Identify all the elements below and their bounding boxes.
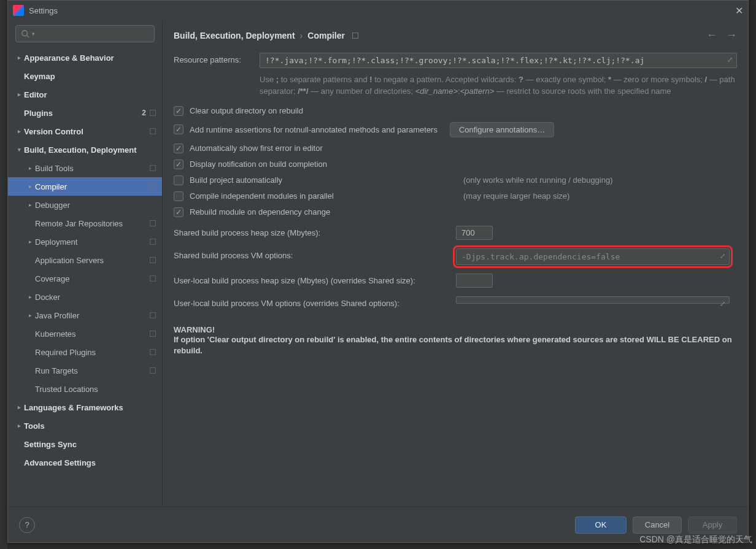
sidebar-item-label: Java Profiler	[35, 311, 150, 320]
sidebar-item-label: Build Tools	[35, 164, 150, 173]
sidebar-item-build-tools[interactable]: ▸Build Tools	[8, 159, 162, 177]
resource-patterns-input[interactable]: !?*.java;!?*.form;!?*.class;!?*.groovy;!…	[260, 53, 737, 68]
sidebar-item-label: Version Control	[24, 127, 150, 136]
rebuild-dependency-label: Rebuild module on dependency change	[190, 207, 330, 217]
scope-icon	[150, 331, 156, 337]
sidebar-item-debugger[interactable]: ▸Debugger	[8, 196, 162, 214]
scope-icon	[150, 257, 156, 263]
sidebar-item-compiler[interactable]: ▸Compiler	[8, 177, 162, 196]
auto-show-error-checkbox[interactable]	[174, 144, 183, 153]
close-icon[interactable]: ✕	[735, 5, 743, 17]
main-panel: Build, Execution, Deployment › Compiler …	[163, 20, 748, 507]
chevron-icon: ▾	[14, 147, 24, 153]
shared-vm-label: Shared build process VM options:	[174, 248, 456, 260]
scope-icon	[150, 110, 156, 116]
settings-tree: ▸Appearance & BehaviorKeymap▸EditorPlugi…	[8, 48, 162, 507]
sidebar-item-appearance-behavior[interactable]: ▸Appearance & Behavior	[8, 48, 162, 67]
sidebar-item-label: Tools	[24, 421, 156, 431]
sidebar-item-label: Editor	[24, 90, 156, 99]
resource-patterns-label: Resource patterns:	[174, 53, 260, 64]
breadcrumb-leaf: Compiler	[307, 31, 345, 40]
chevron-down-icon: ▾	[32, 31, 35, 37]
sidebar-item-version-control[interactable]: ▸Version Control	[8, 122, 162, 140]
compile-parallel-label: Compile independent modules in parallel	[190, 191, 334, 201]
build-auto-label: Build project automatically	[190, 175, 282, 185]
expand-icon[interactable]: ⤢	[720, 252, 725, 260]
chevron-icon: ▸	[25, 239, 35, 245]
nav-forward-icon[interactable]: →	[726, 29, 737, 42]
sidebar-item-editor[interactable]: ▸Editor	[8, 85, 162, 104]
compile-parallel-checkbox[interactable]	[174, 191, 183, 201]
expand-icon[interactable]: ⤢	[720, 300, 725, 308]
resource-patterns-help: Use ; to separate patterns and ! to nega…	[260, 74, 737, 98]
sidebar-item-plugins[interactable]: Plugins2	[8, 104, 162, 122]
sidebar-item-docker[interactable]: ▸Docker	[8, 288, 162, 306]
build-auto-checkbox[interactable]	[174, 175, 183, 185]
sidebar-item-label: Coverage	[35, 274, 150, 283]
ok-button[interactable]: OK	[575, 516, 627, 534]
sidebar-item-application-servers[interactable]: Application Servers	[8, 251, 162, 269]
breadcrumb-root[interactable]: Build, Execution, Deployment	[174, 31, 295, 40]
scope-icon	[150, 128, 156, 134]
sidebar-item-label: Docker	[35, 293, 156, 302]
display-notification-checkbox[interactable]	[174, 159, 183, 169]
sidebar-item-advanced-settings[interactable]: Advanced Settings	[8, 453, 162, 472]
scope-icon	[150, 239, 156, 245]
sidebar-item-label: Settings Sync	[24, 440, 156, 449]
scope-icon	[150, 275, 156, 282]
chevron-icon: ▸	[25, 165, 35, 171]
sidebar-item-deployment[interactable]: ▸Deployment	[8, 232, 162, 251]
sidebar-item-required-plugins[interactable]: Required Plugins	[8, 343, 162, 361]
sidebar-item-keymap[interactable]: Keymap	[8, 67, 162, 85]
sidebar-item-settings-sync[interactable]: Settings Sync	[8, 435, 162, 453]
sidebar-item-kubernetes[interactable]: Kubernetes	[8, 324, 162, 343]
sidebar-item-remote-jar-repositories[interactable]: Remote Jar Repositories	[8, 214, 162, 232]
sidebar-item-label: Required Plugins	[35, 348, 150, 357]
sidebar-item-tools[interactable]: ▸Tools	[8, 417, 162, 435]
sidebar-item-label: Build, Execution, Deployment	[24, 145, 156, 155]
sidebar-item-label: Appearance & Behavior	[24, 53, 156, 63]
nav-back-icon[interactable]: ←	[706, 29, 717, 42]
app-icon	[13, 5, 24, 16]
shared-vm-input[interactable]: -Djps.track.ap.dependencies=false ⤢	[456, 248, 730, 265]
sidebar-item-coverage[interactable]: Coverage	[8, 269, 162, 288]
sidebar-item-build-execution-deployment[interactable]: ▾Build, Execution, Deployment	[8, 140, 162, 159]
sidebar-item-run-targets[interactable]: Run Targets	[8, 361, 162, 380]
clear-output-checkbox[interactable]	[174, 106, 183, 116]
chevron-icon: ▸	[25, 202, 35, 208]
display-notification-label: Display notification on build completion	[190, 159, 327, 169]
sidebar-item-label: Application Servers	[35, 256, 150, 265]
help-button[interactable]: ?	[19, 517, 35, 533]
chevron-icon: ▸	[14, 423, 24, 429]
clear-output-label: Clear output directory on rebuild	[190, 106, 303, 115]
chevron-icon: ▸	[25, 312, 35, 318]
cancel-button[interactable]: Cancel	[633, 516, 682, 534]
sidebar-item-java-profiler[interactable]: ▸Java Profiler	[8, 306, 162, 324]
apply-button[interactable]: Apply	[688, 516, 737, 534]
chevron-right-icon: ›	[300, 31, 303, 40]
sidebar: ▾ ▸Appearance & BehaviorKeymap▸EditorPlu…	[8, 20, 163, 507]
user-heap-input[interactable]	[456, 274, 493, 288]
user-vm-input[interactable]: ⤢	[456, 296, 730, 304]
compile-parallel-note: (may require larger heap size)	[463, 191, 737, 201]
sidebar-item-label: Kubernetes	[35, 329, 150, 339]
search-input[interactable]: ▾	[15, 25, 155, 42]
warning-body: If option 'Clear output directory on reb…	[174, 334, 737, 356]
expand-icon[interactable]: ⤢	[727, 56, 733, 64]
sidebar-item-label: Remote Jar Repositories	[35, 219, 150, 228]
sidebar-item-label: Compiler	[35, 182, 150, 191]
svg-line-1	[27, 36, 29, 38]
sidebar-item-languages-frameworks[interactable]: ▸Languages & Frameworks	[8, 398, 162, 417]
rebuild-dependency-checkbox[interactable]	[174, 207, 183, 217]
configure-annotations-button[interactable]: Configure annotations…	[450, 122, 554, 137]
chevron-icon: ▸	[14, 404, 24, 410]
chevron-icon: ▸	[25, 183, 35, 190]
shared-heap-input[interactable]	[456, 226, 493, 240]
sidebar-item-label: Debugger	[35, 201, 156, 210]
runtime-assertions-checkbox[interactable]	[174, 125, 183, 134]
chevron-icon: ▸	[14, 91, 24, 98]
sidebar-item-trusted-locations[interactable]: Trusted Locations	[8, 380, 162, 398]
settings-dialog: Settings ✕ ▾ ▸Appearance & BehaviorKeyma…	[7, 0, 749, 543]
scope-icon	[150, 220, 156, 226]
sidebar-item-label: Plugins	[24, 109, 142, 118]
